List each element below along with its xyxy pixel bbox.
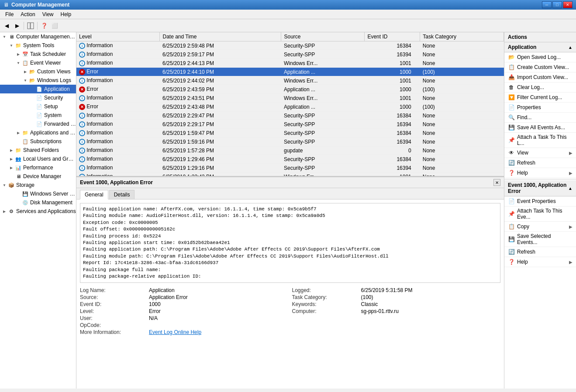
table-row[interactable]: i Information6/25/2019 1:57:28 PMgupdate…	[76, 146, 504, 155]
expand-icon	[8, 173, 15, 180]
action-filter-current-log[interactable]: 🔽 Filter Current Log...	[504, 93, 576, 103]
detail-header: Event 1000, Application Error ✕	[76, 177, 504, 188]
sidebar-item-disk-management[interactable]: 💿 Disk Management	[0, 198, 76, 207]
action-label: Help	[517, 170, 567, 176]
toolbar-export[interactable]: ⬜	[50, 21, 59, 31]
sidebar-item-shared-folders[interactable]: ▶ 📁 Shared Folders	[0, 146, 76, 155]
field-label-eventid: Event ID:	[80, 301, 145, 307]
sidebar-label: Shared Folders	[23, 147, 59, 153]
sidebar-item-event-viewer[interactable]: ▼ 📋 Event Viewer	[0, 58, 76, 67]
action-event-properties[interactable]: 📄 Event Properties	[504, 196, 576, 206]
action-create-custom-view[interactable]: 📋 Create Custom View...	[504, 62, 576, 72]
table-row[interactable]: ✕ Error6/25/2019 2:43:59 PMApplication .…	[76, 85, 504, 94]
sidebar-item-local-users-groups[interactable]: ▶ 👥 Local Users and Groups	[0, 155, 76, 163]
cell-eventid: 1000	[365, 103, 420, 111]
action-open-saved-log[interactable]: 📂 Open Saved Log...	[504, 52, 576, 62]
table-row[interactable]: i Information6/25/2019 1:59:47 PMSecurit…	[76, 129, 504, 138]
table-row[interactable]: i Information6/25/2019 1:22:42 PMWindows…	[76, 172, 504, 176]
action-copy[interactable]: 📋 Copy ▶	[504, 222, 576, 232]
col-date[interactable]: Date and Time	[160, 32, 281, 41]
tab-details[interactable]: Details	[109, 190, 135, 199]
col-taskcategory[interactable]: Task Category	[420, 32, 504, 41]
table-row[interactable]: i Information6/25/2019 2:29:17 PMSecurit…	[76, 120, 504, 129]
action-help-app[interactable]: ❓ Help ▶	[504, 168, 576, 178]
sidebar-item-setup[interactable]: 📄 Setup	[0, 102, 76, 111]
sidebar-item-forwarded-events[interactable]: 📄 Forwarded Event...	[0, 120, 76, 128]
sidebar-label: Services and Applications	[16, 208, 76, 214]
sidebar-item-applications-services[interactable]: ▶ 📁 Applications and Se...	[0, 128, 76, 137]
sidebar-item-services-applications[interactable]: ▶ ⚙ Services and Applications	[0, 207, 76, 216]
action-view[interactable]: 👁 View ▶	[504, 148, 576, 158]
sidebar-item-task-scheduler[interactable]: ▶ 📅 Task Scheduler	[0, 50, 76, 58]
sidebar-item-subscriptions[interactable]: 📋 Subscriptions	[0, 137, 76, 146]
table-row[interactable]: i Information6/25/2019 1:29:46 PMSecurit…	[76, 155, 504, 164]
menu-file[interactable]: File	[2, 10, 17, 18]
sidebar-item-performance[interactable]: ▶ 📊 Performance	[0, 163, 76, 172]
sidebar-item-application[interactable]: 📄 Application	[0, 85, 76, 93]
toolbar-forward[interactable]: ▶	[12, 21, 22, 31]
field-label-logname: Log Name:	[80, 287, 145, 293]
sidebar-item-windows-server-backup[interactable]: 💾 Windows Server Backu...	[0, 189, 76, 198]
table-row[interactable]: i Information6/25/2019 1:29:16 PMSecurit…	[76, 164, 504, 172]
cell-eventid: 1000	[365, 85, 420, 94]
action-properties[interactable]: 📄 Properties	[504, 103, 576, 113]
sidebar-item-security[interactable]: 📄 Security	[0, 93, 76, 102]
table-row[interactable]: i Information6/25/2019 2:44:02 PMWindows…	[76, 76, 504, 85]
action-save-selected-events[interactable]: 💾 Save Selected Events...	[504, 232, 576, 247]
expand-icon	[29, 120, 36, 127]
action-find[interactable]: 🔍 Find...	[504, 113, 576, 123]
table-row[interactable]: ✕ Error6/25/2019 2:44:10 PMApplication .…	[76, 68, 504, 76]
menu-help[interactable]: Help	[57, 10, 75, 18]
actions-section-event[interactable]: Event 1000, Application Error ▲	[504, 180, 576, 196]
table-row[interactable]: i Information6/25/2019 1:59:16 PMSecurit…	[76, 138, 504, 146]
field-link-eventlog[interactable]: Event Log Online Help	[149, 329, 289, 335]
action-import-custom-view[interactable]: 📥 Import Custom View...	[504, 72, 576, 83]
table-row[interactable]: i Information6/25/2019 2:59:17 PMSecurit…	[76, 50, 504, 59]
detail-close-button[interactable]: ✕	[493, 179, 500, 186]
col-source[interactable]: Source	[281, 32, 365, 41]
save-icon: 💾	[508, 124, 515, 131]
sidebar-item-system[interactable]: 📄 System	[0, 111, 76, 120]
action-attach-task-log[interactable]: 📌 Attach a Task To This L...	[504, 133, 576, 148]
col-eventid[interactable]: Event ID	[365, 32, 420, 41]
action-help-event[interactable]: ❓ Help ▶	[504, 257, 576, 267]
sidebar-item-custom-views[interactable]: ▶ 📂 Custom Views	[0, 67, 76, 76]
expand-icon: ▶	[8, 164, 15, 171]
error-icon: ✕	[79, 104, 85, 110]
action-refresh-app[interactable]: 🔄 Refresh	[504, 158, 576, 168]
sidebar-item-device-manager[interactable]: 🖥 Device Manager	[0, 172, 76, 181]
menu-action[interactable]: Action	[17, 10, 38, 18]
sidebar-item-computer-management[interactable]: ▼ 🖥 Computer Management (Local	[0, 32, 76, 41]
action-label: Import Custom View...	[517, 74, 573, 80]
toolbar-back[interactable]: ◀	[2, 21, 11, 31]
action-label: Create Custom View...	[517, 64, 573, 70]
table-row[interactable]: ✕ Error6/25/2019 2:43:48 PMApplication .…	[76, 103, 504, 111]
cell-level: i Information	[76, 94, 160, 103]
close-button[interactable]: ✕	[563, 1, 573, 8]
menu-view[interactable]: View	[39, 10, 57, 18]
action-attach-task-event[interactable]: 📌 Attach Task To This Eve...	[504, 206, 576, 222]
tab-general[interactable]: General	[80, 190, 108, 199]
field-value-opcode	[149, 322, 289, 328]
event-text-box: Faulting application name: AfterFX.com, …	[80, 203, 500, 283]
cell-source: Windows Err...	[281, 94, 365, 103]
toolbar-show-hide-tree[interactable]	[26, 21, 35, 31]
detail-content[interactable]: Faulting application name: AfterFX.com, …	[76, 199, 504, 389]
maximize-button[interactable]: □	[552, 1, 562, 8]
minimize-button[interactable]: ─	[542, 1, 552, 8]
action-save-all-events[interactable]: 💾 Save All Events As...	[504, 123, 576, 133]
toolbar-help[interactable]: ❓	[39, 21, 49, 31]
actions-section-app[interactable]: Application ▲	[504, 42, 576, 52]
log-table-scroll[interactable]: Level Date and Time Source Event ID Task…	[76, 32, 504, 176]
table-row[interactable]: i Information6/25/2019 2:44:13 PMWindows…	[76, 59, 504, 68]
sidebar-item-storage[interactable]: ▼ 📦 Storage	[0, 181, 76, 189]
table-row[interactable]: i Information6/25/2019 2:59:48 PMSecurit…	[76, 41, 504, 50]
table-row[interactable]: i Information6/25/2019 2:43:51 PMWindows…	[76, 94, 504, 103]
col-level[interactable]: Level	[76, 32, 160, 41]
info-icon: i	[79, 43, 85, 49]
sidebar-item-windows-logs[interactable]: ▼ 📂 Windows Logs	[0, 76, 76, 85]
action-clear-log[interactable]: 🗑 Clear Log...	[504, 83, 576, 93]
action-refresh-event[interactable]: 🔄 Refresh	[504, 247, 576, 257]
table-row[interactable]: i Information6/25/2019 2:29:47 PMSecurit…	[76, 111, 504, 120]
sidebar-item-system-tools[interactable]: ▼ 📁 System Tools	[0, 41, 76, 50]
